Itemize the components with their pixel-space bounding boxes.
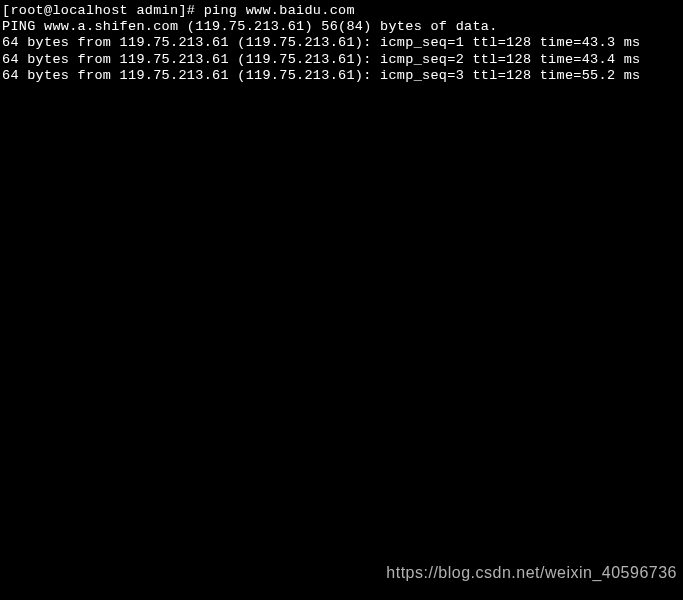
command-line[interactable]: [root@localhost admin]# ping www.baidu.c… (2, 3, 683, 19)
ping-reply: 64 bytes from 119.75.213.61 (119.75.213.… (2, 68, 683, 84)
typed-command: ping www.baidu.com (204, 3, 355, 18)
ping-reply: 64 bytes from 119.75.213.61 (119.75.213.… (2, 35, 683, 51)
watermark-text: https://blog.csdn.net/weixin_40596736 (386, 563, 677, 582)
ping-header: PING www.a.shifen.com (119.75.213.61) 56… (2, 19, 683, 35)
ping-reply: 64 bytes from 119.75.213.61 (119.75.213.… (2, 52, 683, 68)
shell-prompt: [root@localhost admin]# (2, 3, 204, 18)
